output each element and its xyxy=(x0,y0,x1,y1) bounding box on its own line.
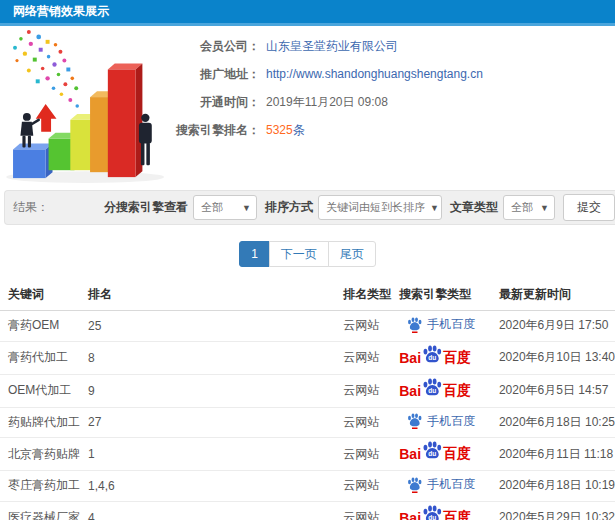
sort-label: 排序方式 xyxy=(265,199,313,216)
cell-rank-type: 云网站 xyxy=(335,407,391,438)
baidu-logo: Baidu百度 xyxy=(399,380,471,402)
page-button-1[interactable]: 1 xyxy=(239,241,270,267)
baidu-paw-icon: du xyxy=(422,345,442,364)
cell-rank-type: 云网站 xyxy=(335,341,391,374)
mobile-baidu-badge: 手机百度 xyxy=(407,316,475,333)
cell-updated: 2020年5月29日 10:32 xyxy=(491,501,615,520)
col-keyword: 关键词 xyxy=(0,279,80,311)
next-page-button[interactable]: 下一页 xyxy=(269,241,329,267)
mobile-baidu-badge: 手机百度 xyxy=(407,476,475,493)
svg-text:du: du xyxy=(428,514,436,520)
col-updated: 最新更新时间 xyxy=(491,279,615,311)
chevron-down-icon: ▼ xyxy=(540,203,549,213)
cell-rank-link[interactable]: 27 xyxy=(80,407,335,438)
article-type-value: 全部 xyxy=(511,200,533,215)
article-type-label: 文章类型 xyxy=(450,199,498,216)
cell-engine: 手机百度 xyxy=(391,471,491,502)
last-page-button[interactable]: 尾页 xyxy=(328,241,376,267)
hero-section: 会员公司： 山东皇圣堂药业有限公司 推广地址： http://www.shand… xyxy=(0,26,615,190)
chevron-down-icon: ▼ xyxy=(430,203,439,213)
baidu-logo: Baidu百度 xyxy=(399,507,471,520)
table-row: 枣庄膏药加工 1,4,6 云网站 手机百度 2020年6月18日 10:19 xyxy=(0,471,615,502)
cell-keyword: 医疗器械厂家 xyxy=(0,501,80,520)
mobile-baidu-icon xyxy=(407,477,422,493)
sort-value: 关键词由短到长排序 xyxy=(326,200,425,215)
member-info-panel: 会员公司： 山东皇圣堂药业有限公司 推广地址： http://www.shand… xyxy=(168,32,483,144)
cell-engine: Baidu百度 xyxy=(391,501,491,520)
cell-rank-type: 云网站 xyxy=(335,501,391,520)
bar-blue xyxy=(13,144,53,179)
businessman-left xyxy=(20,113,38,148)
rank-count-value: 5325 xyxy=(266,123,293,137)
baidu-paw-icon: du xyxy=(422,505,442,520)
table-header-row: 关键词 排名 排名类型 搜索引擎类型 最新更新时间 xyxy=(0,279,615,311)
info-row-opened: 开通时间： 2019年11月20日 09:08 xyxy=(168,88,483,116)
cell-rank-type: 云网站 xyxy=(335,374,391,407)
baidu-paw-icon: du xyxy=(422,378,442,397)
cell-keyword: 药贴牌代加工 xyxy=(0,407,80,438)
cell-rank-link[interactable]: 9 xyxy=(80,374,335,407)
cell-rank-link[interactable]: 1,4,6 xyxy=(80,471,335,502)
cell-rank-link[interactable]: 1 xyxy=(80,438,335,471)
col-engine-type: 搜索引擎类型 xyxy=(391,279,491,311)
submit-button[interactable]: 提交 xyxy=(563,194,615,221)
table-row: 膏药代加工 8 云网站 Baidu百度 2020年6月10日 13:40 xyxy=(0,341,615,374)
cell-updated: 2020年6月18日 10:25 xyxy=(491,407,615,438)
table-row: 北京膏药贴牌 1 云网站 Baidu百度 2020年6月11日 11:18 xyxy=(0,438,615,471)
info-row-url: 推广地址： http://www.shandonghuangshengtang.… xyxy=(168,60,483,88)
cell-engine: Baidu百度 xyxy=(391,438,491,471)
filter-bar: 结果： 分搜索引擎查看 全部 ▼ 排序方式 关键词由短到长排序 ▼ 文章类型 全… xyxy=(4,190,615,225)
confetti-dots xyxy=(13,30,79,108)
results-table: 关键词 排名 排名类型 搜索引擎类型 最新更新时间 膏药OEM 25 云网站 手… xyxy=(0,279,615,520)
promo-url-link[interactable]: http://www.shandonghuangshengtang.cn xyxy=(266,67,483,81)
rank-count-suffix-link[interactable]: 条 xyxy=(293,122,305,139)
col-rank-type: 排名类型 xyxy=(335,279,391,311)
cell-rank-link[interactable]: 8 xyxy=(80,341,335,374)
mobile-baidu-badge: 手机百度 xyxy=(407,413,475,430)
company-link[interactable]: 山东皇圣堂药业有限公司 xyxy=(266,38,398,55)
info-row-rank-count: 搜索引擎排名： 5325 条 xyxy=(168,116,483,144)
cell-rank-type: 云网站 xyxy=(335,311,391,342)
cell-keyword: 北京膏药贴牌 xyxy=(0,438,80,471)
promo-url-label: 推广地址： xyxy=(168,66,260,83)
engine-filter-label: 分搜索引擎查看 xyxy=(104,199,188,216)
engine-filter-value: 全部 xyxy=(201,200,223,215)
cell-engine: Baidu百度 xyxy=(391,374,491,407)
sort-select[interactable]: 关键词由短到长排序 ▼ xyxy=(318,195,442,220)
page-title: 网络营销效果展示 xyxy=(13,3,109,20)
results-table-body: 膏药OEM 25 云网站 手机百度 2020年6月9日 17:50 膏药代加工 … xyxy=(0,311,615,520)
cell-engine: 手机百度 xyxy=(391,407,491,438)
company-label: 会员公司： xyxy=(168,38,260,55)
cell-engine: 手机百度 xyxy=(391,311,491,342)
svg-text:du: du xyxy=(428,387,436,394)
cell-keyword: 膏药OEM xyxy=(0,311,80,342)
up-arrow-icon xyxy=(36,104,57,132)
cell-updated: 2020年6月18日 10:19 xyxy=(491,471,615,502)
cell-rank-link[interactable]: 4 xyxy=(80,501,335,520)
cell-keyword: 膏药代加工 xyxy=(0,341,80,374)
mobile-baidu-icon xyxy=(407,317,422,333)
open-time-label: 开通时间： xyxy=(168,94,260,111)
rank-count-label: 搜索引擎排名： xyxy=(168,122,260,139)
cell-rank-type: 云网站 xyxy=(335,438,391,471)
cell-rank-link[interactable]: 25 xyxy=(80,311,335,342)
svg-text:du: du xyxy=(428,354,436,361)
result-label: 结果： xyxy=(13,199,49,216)
growth-chart-illustration xyxy=(0,28,190,186)
table-row: 膏药OEM 25 云网站 手机百度 2020年6月9日 17:50 xyxy=(0,311,615,342)
cell-updated: 2020年6月5日 14:57 xyxy=(491,374,615,407)
baidu-logo: Baidu百度 xyxy=(399,443,471,465)
table-row: 药贴牌代加工 27 云网站 手机百度 2020年6月18日 10:25 xyxy=(0,407,615,438)
cell-engine: Baidu百度 xyxy=(391,341,491,374)
col-rank: 排名 xyxy=(80,279,335,311)
article-type-select[interactable]: 全部 ▼ xyxy=(503,195,555,220)
cell-rank-type: 云网站 xyxy=(335,471,391,502)
table-row: 医疗器械厂家 4 云网站 Baidu百度 2020年5月29日 10:32 xyxy=(0,501,615,520)
chevron-down-icon: ▼ xyxy=(242,203,251,213)
engine-filter-select[interactable]: 全部 ▼ xyxy=(193,195,257,220)
info-row-company: 会员公司： 山东皇圣堂药业有限公司 xyxy=(168,32,483,60)
mobile-baidu-icon xyxy=(407,413,422,429)
baidu-paw-icon: du xyxy=(422,441,442,460)
cell-keyword: OEM代加工 xyxy=(0,374,80,407)
cell-keyword: 枣庄膏药加工 xyxy=(0,471,80,502)
